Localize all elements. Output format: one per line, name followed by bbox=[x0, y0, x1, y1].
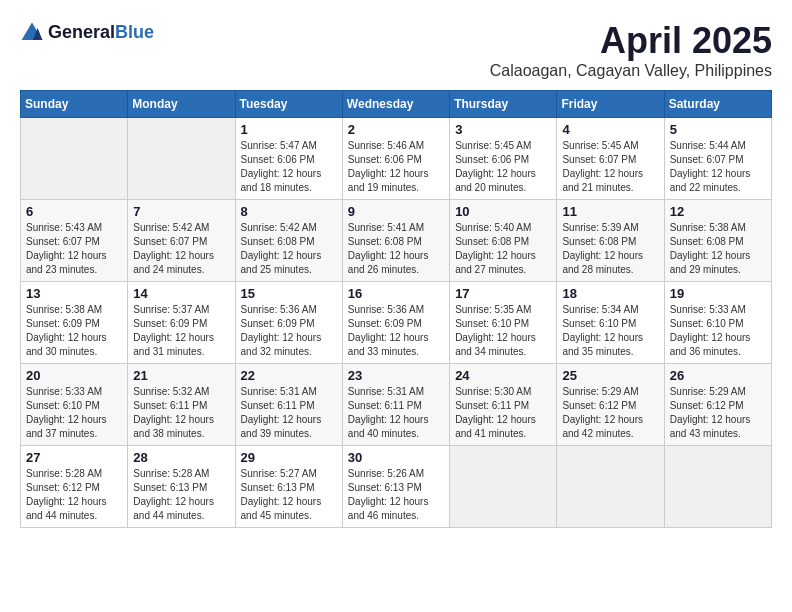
daylight: Daylight: 12 hours and 43 minutes. bbox=[670, 414, 751, 439]
calendar-cell: 28 Sunrise: 5:28 AM Sunset: 6:13 PM Dayl… bbox=[128, 446, 235, 528]
cell-content: Sunrise: 5:41 AM Sunset: 6:08 PM Dayligh… bbox=[348, 221, 444, 277]
cell-content: Sunrise: 5:44 AM Sunset: 6:07 PM Dayligh… bbox=[670, 139, 766, 195]
sunset: Sunset: 6:12 PM bbox=[670, 400, 744, 411]
calendar-week-row: 13 Sunrise: 5:38 AM Sunset: 6:09 PM Dayl… bbox=[21, 282, 772, 364]
cell-content: Sunrise: 5:29 AM Sunset: 6:12 PM Dayligh… bbox=[562, 385, 658, 441]
daylight: Daylight: 12 hours and 42 minutes. bbox=[562, 414, 643, 439]
sunset: Sunset: 6:10 PM bbox=[562, 318, 636, 329]
cell-content: Sunrise: 5:45 AM Sunset: 6:06 PM Dayligh… bbox=[455, 139, 551, 195]
cell-content: Sunrise: 5:33 AM Sunset: 6:10 PM Dayligh… bbox=[670, 303, 766, 359]
sunset: Sunset: 6:10 PM bbox=[26, 400, 100, 411]
day-number: 26 bbox=[670, 368, 766, 383]
weekday-header-monday: Monday bbox=[128, 91, 235, 118]
day-number: 7 bbox=[133, 204, 229, 219]
sunrise: Sunrise: 5:39 AM bbox=[562, 222, 638, 233]
sunset: Sunset: 6:06 PM bbox=[241, 154, 315, 165]
daylight: Daylight: 12 hours and 26 minutes. bbox=[348, 250, 429, 275]
sunrise: Sunrise: 5:29 AM bbox=[670, 386, 746, 397]
daylight: Daylight: 12 hours and 36 minutes. bbox=[670, 332, 751, 357]
sunrise: Sunrise: 5:45 AM bbox=[562, 140, 638, 151]
day-number: 8 bbox=[241, 204, 337, 219]
daylight: Daylight: 12 hours and 19 minutes. bbox=[348, 168, 429, 193]
sunrise: Sunrise: 5:28 AM bbox=[133, 468, 209, 479]
calendar-cell: 22 Sunrise: 5:31 AM Sunset: 6:11 PM Dayl… bbox=[235, 364, 342, 446]
calendar-cell: 29 Sunrise: 5:27 AM Sunset: 6:13 PM Dayl… bbox=[235, 446, 342, 528]
day-number: 13 bbox=[26, 286, 122, 301]
daylight: Daylight: 12 hours and 23 minutes. bbox=[26, 250, 107, 275]
calendar-cell: 11 Sunrise: 5:39 AM Sunset: 6:08 PM Dayl… bbox=[557, 200, 664, 282]
sunset: Sunset: 6:11 PM bbox=[241, 400, 315, 411]
day-number: 19 bbox=[670, 286, 766, 301]
calendar-cell: 5 Sunrise: 5:44 AM Sunset: 6:07 PM Dayli… bbox=[664, 118, 771, 200]
weekday-header-wednesday: Wednesday bbox=[342, 91, 449, 118]
day-number: 24 bbox=[455, 368, 551, 383]
calendar-cell: 16 Sunrise: 5:36 AM Sunset: 6:09 PM Dayl… bbox=[342, 282, 449, 364]
daylight: Daylight: 12 hours and 44 minutes. bbox=[133, 496, 214, 521]
day-number: 2 bbox=[348, 122, 444, 137]
sunrise: Sunrise: 5:46 AM bbox=[348, 140, 424, 151]
day-number: 11 bbox=[562, 204, 658, 219]
day-number: 3 bbox=[455, 122, 551, 137]
sunrise: Sunrise: 5:26 AM bbox=[348, 468, 424, 479]
calendar-cell: 24 Sunrise: 5:30 AM Sunset: 6:11 PM Dayl… bbox=[450, 364, 557, 446]
sunrise: Sunrise: 5:33 AM bbox=[670, 304, 746, 315]
cell-content: Sunrise: 5:37 AM Sunset: 6:09 PM Dayligh… bbox=[133, 303, 229, 359]
sunset: Sunset: 6:13 PM bbox=[241, 482, 315, 493]
calendar-cell: 27 Sunrise: 5:28 AM Sunset: 6:12 PM Dayl… bbox=[21, 446, 128, 528]
sunset: Sunset: 6:09 PM bbox=[26, 318, 100, 329]
sunrise: Sunrise: 5:36 AM bbox=[241, 304, 317, 315]
sunset: Sunset: 6:06 PM bbox=[455, 154, 529, 165]
sunrise: Sunrise: 5:44 AM bbox=[670, 140, 746, 151]
daylight: Daylight: 12 hours and 25 minutes. bbox=[241, 250, 322, 275]
sunrise: Sunrise: 5:43 AM bbox=[26, 222, 102, 233]
sunset: Sunset: 6:13 PM bbox=[348, 482, 422, 493]
daylight: Daylight: 12 hours and 35 minutes. bbox=[562, 332, 643, 357]
sunset: Sunset: 6:09 PM bbox=[133, 318, 207, 329]
day-number: 18 bbox=[562, 286, 658, 301]
cell-content: Sunrise: 5:38 AM Sunset: 6:08 PM Dayligh… bbox=[670, 221, 766, 277]
sunset: Sunset: 6:11 PM bbox=[133, 400, 207, 411]
sunset: Sunset: 6:08 PM bbox=[670, 236, 744, 247]
sunrise: Sunrise: 5:45 AM bbox=[455, 140, 531, 151]
logo-blue: Blue bbox=[115, 22, 154, 42]
calendar-cell: 13 Sunrise: 5:38 AM Sunset: 6:09 PM Dayl… bbox=[21, 282, 128, 364]
day-number: 30 bbox=[348, 450, 444, 465]
sunrise: Sunrise: 5:38 AM bbox=[670, 222, 746, 233]
sunset: Sunset: 6:12 PM bbox=[26, 482, 100, 493]
cell-content: Sunrise: 5:26 AM Sunset: 6:13 PM Dayligh… bbox=[348, 467, 444, 523]
sunrise: Sunrise: 5:33 AM bbox=[26, 386, 102, 397]
calendar-cell: 12 Sunrise: 5:38 AM Sunset: 6:08 PM Dayl… bbox=[664, 200, 771, 282]
day-number: 15 bbox=[241, 286, 337, 301]
sunset: Sunset: 6:12 PM bbox=[562, 400, 636, 411]
calendar-cell: 18 Sunrise: 5:34 AM Sunset: 6:10 PM Dayl… bbox=[557, 282, 664, 364]
sunset: Sunset: 6:07 PM bbox=[133, 236, 207, 247]
sunrise: Sunrise: 5:31 AM bbox=[241, 386, 317, 397]
sunrise: Sunrise: 5:28 AM bbox=[26, 468, 102, 479]
sunset: Sunset: 6:13 PM bbox=[133, 482, 207, 493]
calendar-cell bbox=[664, 446, 771, 528]
calendar-week-row: 1 Sunrise: 5:47 AM Sunset: 6:06 PM Dayli… bbox=[21, 118, 772, 200]
day-number: 14 bbox=[133, 286, 229, 301]
weekday-header-friday: Friday bbox=[557, 91, 664, 118]
calendar-cell: 9 Sunrise: 5:41 AM Sunset: 6:08 PM Dayli… bbox=[342, 200, 449, 282]
cell-content: Sunrise: 5:31 AM Sunset: 6:11 PM Dayligh… bbox=[241, 385, 337, 441]
sunset: Sunset: 6:09 PM bbox=[241, 318, 315, 329]
calendar-cell: 1 Sunrise: 5:47 AM Sunset: 6:06 PM Dayli… bbox=[235, 118, 342, 200]
daylight: Daylight: 12 hours and 18 minutes. bbox=[241, 168, 322, 193]
logo-general: General bbox=[48, 22, 115, 42]
daylight: Daylight: 12 hours and 24 minutes. bbox=[133, 250, 214, 275]
month-title: April 2025 bbox=[490, 20, 772, 62]
calendar-cell: 8 Sunrise: 5:42 AM Sunset: 6:08 PM Dayli… bbox=[235, 200, 342, 282]
calendar-cell: 21 Sunrise: 5:32 AM Sunset: 6:11 PM Dayl… bbox=[128, 364, 235, 446]
cell-content: Sunrise: 5:40 AM Sunset: 6:08 PM Dayligh… bbox=[455, 221, 551, 277]
daylight: Daylight: 12 hours and 30 minutes. bbox=[26, 332, 107, 357]
day-number: 21 bbox=[133, 368, 229, 383]
title-area: April 2025 Calaoagan, Cagayan Valley, Ph… bbox=[490, 20, 772, 80]
sunrise: Sunrise: 5:34 AM bbox=[562, 304, 638, 315]
daylight: Daylight: 12 hours and 21 minutes. bbox=[562, 168, 643, 193]
cell-content: Sunrise: 5:45 AM Sunset: 6:07 PM Dayligh… bbox=[562, 139, 658, 195]
cell-content: Sunrise: 5:34 AM Sunset: 6:10 PM Dayligh… bbox=[562, 303, 658, 359]
daylight: Daylight: 12 hours and 39 minutes. bbox=[241, 414, 322, 439]
day-number: 23 bbox=[348, 368, 444, 383]
cell-content: Sunrise: 5:42 AM Sunset: 6:07 PM Dayligh… bbox=[133, 221, 229, 277]
